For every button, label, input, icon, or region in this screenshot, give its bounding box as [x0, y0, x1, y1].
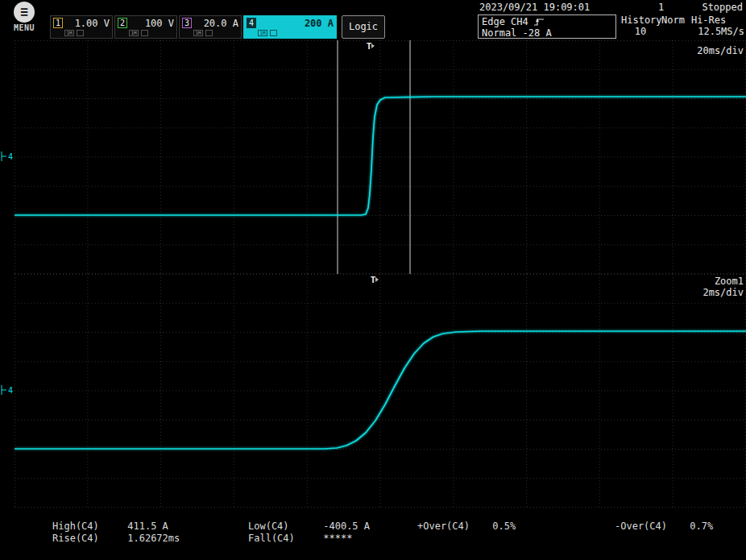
menu-button[interactable]: ≡ MENU	[8, 2, 40, 32]
channel-value: 200 A	[256, 18, 334, 29]
measurement-value: *****	[323, 533, 352, 544]
zoom-waveform-grid	[15, 274, 746, 508]
datetime: 2023/09/21 19:09:01	[479, 2, 590, 13]
measurement-value: -400.5 A	[323, 521, 370, 532]
acq-mode: Norm	[661, 15, 685, 26]
channel-chip-ch3[interactable]: 3 20.0 A 1M	[179, 15, 242, 39]
channel-number: 4	[247, 18, 256, 28]
trigger-mode-level: Normal -28 A	[482, 27, 612, 39]
channel-value: 100 V	[127, 18, 174, 29]
impedance-badge: 1M	[129, 30, 139, 36]
impedance-badge: 1M	[258, 30, 267, 36]
measurement-label: Rise(C4)	[52, 533, 122, 545]
zoom-window-title: Zoom1	[715, 276, 744, 287]
measurement-value: 411.5 A	[127, 521, 168, 532]
main-waveform-grid	[15, 40, 746, 274]
channel-chip-row: 1 1.00 V 1M 2 100 V 1M	[50, 15, 385, 39]
trigger-type: Edge CH4	[482, 16, 528, 27]
top-bar: ≡ MENU 1 1.00 V 1M 2 100 V 1	[0, 0, 746, 40]
channel-chip-ch2[interactable]: 2 100 V 1M	[114, 15, 177, 39]
measurement-label: +Over(C4)	[417, 521, 487, 533]
coupling-badge	[141, 30, 148, 36]
history-value: 10	[621, 26, 660, 37]
channel-number: 1	[53, 18, 63, 28]
ch4-zoom-ground-level-marker[interactable]: 4	[1, 384, 13, 396]
menu-icon: ≡	[14, 2, 35, 23]
zoom-timebase-label: 2ms/div	[702, 287, 744, 298]
sample-rate: 12.5MS/s	[698, 26, 744, 37]
channel-chip-ch1[interactable]: 1 1.00 V 1M	[50, 15, 113, 39]
rising-edge-icon	[533, 17, 545, 27]
channel-chip-ch4[interactable]: 4 200 A 1M	[243, 15, 337, 39]
ground-tick-icon	[1, 151, 7, 162]
measurement-label: Low(C4)	[248, 521, 317, 533]
impedance-badge: 1M	[64, 30, 74, 36]
measurement-area: High(C4) 411.5 A Rise(C4) 1.62672ms Low(…	[0, 518, 746, 560]
acquisition-block: Norm Hi-Res 12.5MS/s	[660, 15, 744, 39]
logic-button[interactable]: Logic	[342, 15, 385, 39]
run-status: Stopped	[702, 2, 743, 13]
main-waveform-panel[interactable]	[15, 40, 746, 274]
channel-number: 3	[182, 18, 192, 28]
history-block[interactable]: History 10	[621, 15, 660, 39]
zoom-trigger-position-marker[interactable]: T	[368, 275, 378, 285]
main-timebase-label: 20ms/div	[697, 45, 744, 56]
trigger-position-marker[interactable]: T	[364, 41, 374, 52]
acquisition-count: 1	[658, 2, 664, 13]
measurement-label: High(C4)	[52, 521, 122, 533]
status-info-area: 2023/09/21 19:09:01 1 Stopped Edge CH4 N…	[478, 2, 744, 39]
oscilloscope-screen: ≡ MENU 1 1.00 V 1M 2 100 V 1	[0, 0, 746, 560]
coupling-badge	[77, 30, 84, 36]
measurement-value: 1.62672ms	[127, 533, 180, 544]
ground-tick-icon	[1, 384, 7, 396]
history-label: History	[621, 15, 660, 26]
coupling-badge	[270, 30, 277, 36]
measurement-value: 0.5%	[492, 521, 516, 532]
resolution-mode: Hi-Res	[691, 15, 726, 26]
menu-label: MENU	[8, 23, 40, 32]
impedance-badge: 1M	[193, 30, 203, 36]
channel-value: 20.0 A	[192, 18, 238, 29]
zoom-waveform-panel[interactable]	[15, 274, 746, 508]
ch4-ground-level-marker[interactable]: 4	[1, 151, 13, 162]
measurement-label: -Over(C4)	[615, 521, 684, 533]
measurement-value: 0.7%	[690, 521, 713, 532]
channel-value: 1.00 V	[63, 18, 110, 29]
trigger-settings-box[interactable]: Edge CH4 Normal -28 A	[478, 15, 616, 39]
channel-number: 2	[118, 18, 127, 28]
measurement-label: Fall(C4)	[248, 533, 317, 545]
coupling-badge	[205, 30, 213, 36]
